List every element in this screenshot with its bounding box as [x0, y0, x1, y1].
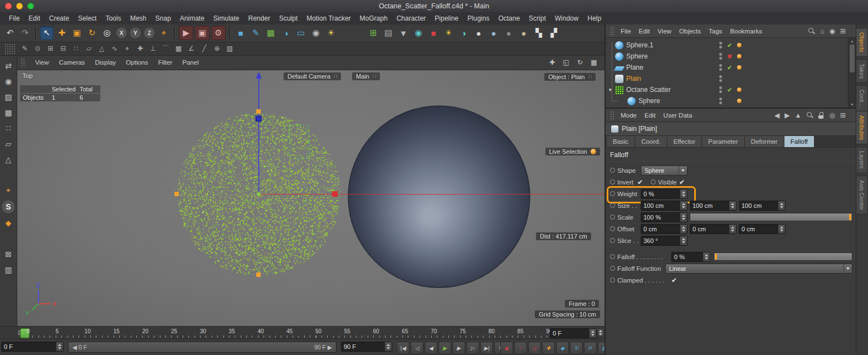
object-icon[interactable] — [614, 66, 625, 71]
object-row[interactable]: Sphere — [606, 51, 856, 62]
animation-dot-icon[interactable] — [610, 168, 615, 173]
live-selection-tool[interactable]: ↖ — [40, 26, 53, 40]
enable-mark-icon[interactable] — [726, 86, 733, 94]
workplane-grid-icon[interactable]: ▨ — [225, 43, 235, 54]
lock-x-axis-button[interactable]: X — [115, 27, 128, 39]
object-name[interactable]: Plane — [626, 64, 643, 71]
lock-workplane-icon[interactable]: ⊠ — [2, 247, 15, 261]
octane-material-diffuse[interactable]: ● — [502, 26, 515, 40]
object-manager-menu-item[interactable]: Tags — [705, 28, 726, 35]
material-tag-icon[interactable] — [737, 54, 742, 59]
animation-dot-icon[interactable] — [610, 278, 615, 283]
object-manager-menu-item[interactable]: Edit — [635, 28, 654, 35]
enable-snap-icon[interactable]: ⊙ — [32, 43, 43, 54]
expand-arrow-icon[interactable] — [609, 87, 615, 93]
camera-button[interactable]: ◉ — [309, 26, 323, 40]
grid-point-snap-icon[interactable]: ⊞ — [45, 43, 56, 54]
tweak-mode-icon[interactable]: ✎ — [19, 43, 30, 54]
menu-item[interactable]: Motion Tracker — [302, 14, 355, 22]
render-settings-button[interactable]: ⚙ — [211, 26, 226, 40]
viewport-menu-item[interactable]: Filter — [153, 59, 178, 66]
model-mode-icon[interactable]: ◉ — [2, 75, 15, 88]
axis-snap-icon[interactable]: ⌖ — [122, 43, 133, 54]
slider-handle[interactable] — [849, 214, 851, 220]
animation-dot-icon[interactable] — [610, 238, 615, 243]
octane-hdri-button[interactable]: ◑ — [457, 26, 470, 40]
toolbar-gap[interactable] — [339, 26, 365, 40]
next-frame-button[interactable]: ▶ — [452, 342, 465, 354]
viewport-menu-item[interactable]: Options — [121, 59, 153, 66]
object-manager-menu-item[interactable]: Bookmarks — [726, 28, 766, 35]
guide-snap-icon[interactable]: ╱ — [199, 43, 209, 54]
menu-item[interactable]: Select — [74, 14, 101, 22]
quantize-icon[interactable]: ⊕ — [212, 43, 222, 54]
clamped-checkbox[interactable] — [671, 276, 677, 284]
offset-x-field[interactable]: 0 cm — [641, 224, 687, 234]
scale-record-toggle[interactable]: ◆ — [556, 342, 569, 354]
side-tab[interactable]: Cont... — [856, 85, 868, 111]
octane-scene-button[interactable]: ▤ — [382, 26, 395, 40]
menu-item[interactable]: Animate — [175, 14, 209, 22]
zoom-view-icon[interactable]: ◱ — [561, 57, 571, 67]
rotate-tool[interactable]: ↻ — [85, 26, 99, 40]
recent-tool-slot[interactable]: ◎ — [100, 26, 114, 40]
subdivision-surface-button[interactable]: ▦ — [264, 26, 277, 40]
attribute-menu-item[interactable]: User Data — [660, 112, 696, 119]
falloff-field[interactable]: 0 % — [671, 252, 710, 262]
ruler-frame-field[interactable]: 0 F — [550, 328, 597, 338]
viewport-menu-item[interactable]: Cameras — [54, 59, 90, 66]
toolbar-grip[interactable] — [4, 43, 15, 54]
animation-dot-icon[interactable] — [610, 179, 615, 184]
enable-mark-icon[interactable] — [726, 53, 733, 60]
panel-grip-icon[interactable] — [21, 58, 26, 67]
object-name[interactable]: Sphere.1 — [626, 41, 654, 49]
lock-y-axis-button[interactable]: Y — [129, 27, 142, 39]
object-manager-menu-item[interactable]: Objects — [675, 28, 705, 35]
size-y-field[interactable]: 100 cm — [690, 201, 737, 211]
scale-slider[interactable] — [690, 213, 852, 221]
scale-field[interactable]: 100 % — [641, 212, 687, 222]
visible-checkbox[interactable] — [679, 178, 685, 186]
enable-axis-icon[interactable]: ⌖ — [2, 184, 15, 197]
viewport-canvas[interactable] — [17, 70, 604, 326]
autokey-button[interactable]: ○ — [514, 342, 527, 354]
menu-item[interactable]: Snap — [151, 14, 175, 22]
menu-item[interactable]: MoGraph — [355, 14, 392, 22]
render-view-button[interactable]: ▶ — [179, 26, 193, 40]
move-tool[interactable]: ✚ — [55, 26, 69, 40]
enable-mark-icon[interactable] — [726, 42, 733, 49]
slice-field[interactable]: 360 ° — [641, 236, 687, 246]
checker-texture-1[interactable]: ▚ — [532, 26, 545, 40]
menu-item[interactable]: File — [4, 14, 24, 22]
side-tab[interactable]: Takes — [856, 59, 868, 83]
panel-grip-icon[interactable] — [610, 27, 615, 35]
attribute-tab[interactable]: Basic — [607, 136, 635, 147]
lock-icon[interactable] — [818, 112, 824, 119]
stepper-icon[interactable] — [384, 342, 392, 351]
next-key-button[interactable]: ▷ — [466, 342, 479, 354]
invert-checkbox[interactable] — [637, 178, 643, 186]
jump-to-start-button[interactable]: |◀ — [397, 342, 409, 354]
object-hud-pill[interactable]: Object : Plain ∷ — [544, 73, 596, 81]
object-manager-menu-item[interactable]: File — [617, 28, 635, 35]
paint-tool-icon[interactable]: ◆ — [2, 216, 15, 230]
perpendicular-snap-icon[interactable]: ⊥ — [148, 43, 158, 54]
object-list-scrollbar[interactable]: ▲ ▼ — [848, 38, 856, 108]
minimize-button[interactable] — [16, 3, 23, 9]
material-tag-icon[interactable] — [737, 87, 742, 92]
previous-key-button[interactable]: ◁ — [411, 342, 423, 354]
menu-item[interactable]: Tools — [101, 14, 125, 22]
attribute-tab[interactable]: Parameter — [702, 136, 745, 147]
position-record-toggle[interactable]: ✚ — [542, 342, 555, 354]
menu-item[interactable]: Plugins — [463, 14, 494, 22]
animation-dot-icon[interactable] — [610, 203, 615, 208]
offset-z-field[interactable]: 0 cm — [739, 224, 786, 234]
points-mode-icon[interactable]: ∷ — [2, 121, 15, 135]
visibility-dots-icon[interactable] — [719, 53, 722, 60]
previous-frame-button[interactable]: ◀ — [425, 342, 437, 354]
polygons-mode-icon[interactable]: △ — [2, 153, 15, 166]
falloff-function-dropdown[interactable]: Linear — [665, 264, 852, 274]
hud-dots-icon[interactable]: ∷ — [588, 74, 592, 80]
stepper-icon[interactable] — [703, 252, 710, 261]
side-tab[interactable]: Layers — [856, 147, 868, 173]
